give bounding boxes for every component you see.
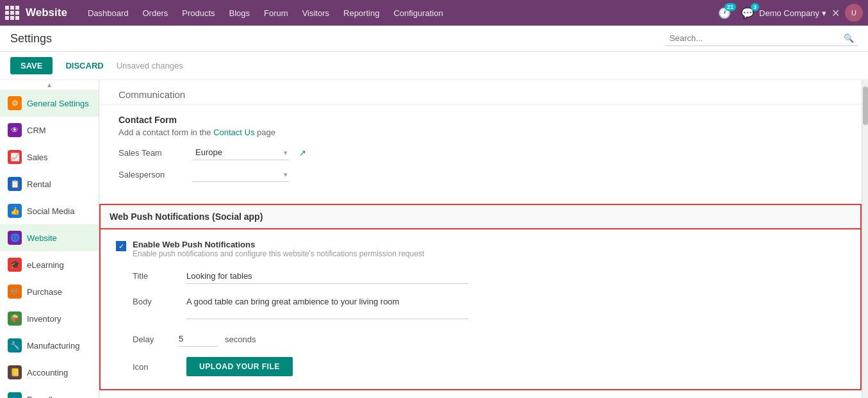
sidebar-icon-elearning: 🎓 <box>8 258 22 272</box>
body-value-area: A good table can bring great ambience to… <box>186 294 845 321</box>
sidebar-label-inventory: Inventory <box>27 314 61 324</box>
sales-team-row: Sales Team Europe ↗ <box>119 145 842 160</box>
contact-us-link[interactable]: Contact Us <box>213 128 254 137</box>
main-layout: ▲ ⚙ General Settings 👁 CRM 📈 Sales 📋 Ren… <box>0 80 868 398</box>
title-input[interactable] <box>186 269 468 284</box>
web-push-section: Web Push Notifications (Social app) Enab… <box>99 204 862 390</box>
sales-team-label: Sales Team <box>119 148 183 158</box>
sidebar-item-payroll[interactable]: 👤 Payroll <box>0 386 99 398</box>
sales-team-select-wrapper: Europe <box>193 145 289 160</box>
chevron-down-icon: ▾ <box>822 8 826 18</box>
app-brand: Website <box>26 6 67 19</box>
menu-orders[interactable]: Orders <box>136 4 174 22</box>
sidebar-icon-social-media: 👍 <box>8 204 22 218</box>
sidebar: ▲ ⚙ General Settings 👁 CRM 📈 Sales 📋 Ren… <box>0 80 99 398</box>
body-textarea[interactable]: A good table can bring great ambience to… <box>186 294 468 319</box>
sidebar-icon-rental: 📋 <box>8 177 22 191</box>
contact-form-section: Contact Form Add a contact form in the C… <box>99 104 862 199</box>
company-switcher[interactable]: Demo Company ▾ <box>759 8 826 18</box>
top-menu: Dashboard Orders Products Blogs Forum Vi… <box>81 4 716 22</box>
sidebar-scroll-up[interactable]: ▲ <box>0 80 99 90</box>
menu-visitors[interactable]: Visitors <box>296 4 336 22</box>
icon-label: Icon <box>133 362 171 372</box>
search-input[interactable] <box>669 33 840 43</box>
menu-blogs[interactable]: Blogs <box>223 4 257 22</box>
web-push-header: Web Push Notifications (Social app) <box>99 204 862 229</box>
delay-label: Delay <box>133 335 171 344</box>
delay-input[interactable] <box>179 331 217 347</box>
clock-badge[interactable]: 🕐 21 <box>718 7 731 19</box>
discard-button[interactable]: DISCARD <box>59 57 110 74</box>
enable-push-row: Enable Web Push Notifications Enable pus… <box>116 240 845 258</box>
enable-push-title: Enable Web Push Notifications <box>133 240 424 249</box>
web-push-body: Enable Web Push Notifications Enable pus… <box>99 229 862 390</box>
push-body-row: Body A good table can bring great ambien… <box>116 294 845 321</box>
unsaved-changes-label: Unsaved changes <box>117 61 183 70</box>
sales-team-select[interactable]: Europe <box>193 145 289 160</box>
close-icon[interactable]: ✕ <box>831 7 840 19</box>
sidebar-item-website[interactable]: 🌐 Website <box>0 224 99 251</box>
menu-forum[interactable]: Forum <box>258 4 295 22</box>
app-switcher-icon[interactable] <box>5 6 19 20</box>
sidebar-label-purchase: Purchase <box>27 287 62 297</box>
sidebar-label-sales: Sales <box>27 153 48 162</box>
menu-dashboard[interactable]: Dashboard <box>81 4 135 22</box>
company-name: Demo Company <box>759 8 819 18</box>
chat-badge-count: 3 <box>751 3 759 11</box>
sidebar-icon-payroll: 👤 <box>8 392 22 398</box>
contact-form-description: Add a contact form in the Contact Us pag… <box>119 128 842 137</box>
push-delay-row: Delay seconds <box>116 331 845 347</box>
sidebar-item-purchase[interactable]: 🛒 Purchase <box>0 278 99 305</box>
menu-reporting[interactable]: Reporting <box>337 4 386 22</box>
sidebar-item-crm[interactable]: 👁 CRM <box>0 117 99 144</box>
sidebar-item-rental[interactable]: 📋 Rental <box>0 170 99 197</box>
subheader: Settings 🔍 <box>0 26 868 52</box>
sidebar-label-general-settings: General Settings <box>27 99 89 108</box>
sidebar-item-sales[interactable]: 📈 Sales <box>0 144 99 170</box>
sidebar-item-inventory[interactable]: 📦 Inventory <box>0 305 99 332</box>
menu-configuration[interactable]: Configuration <box>387 4 449 22</box>
content-area: Communication Contact Form Add a contact… <box>99 80 862 398</box>
external-link-icon[interactable]: ↗ <box>299 148 306 158</box>
sidebar-icon-crm: 👁 <box>8 123 22 137</box>
upload-file-button[interactable]: UPLOAD YOUR FILE <box>186 357 293 376</box>
push-title-row: Title <box>116 269 845 284</box>
sidebar-icon-website: 🌐 <box>8 231 22 245</box>
sidebar-item-accounting[interactable]: 📒 Accounting <box>0 359 99 386</box>
salesperson-select[interactable] <box>193 167 289 182</box>
user-avatar[interactable]: U <box>845 4 863 22</box>
sidebar-icon-manufacturing: 🔧 <box>8 338 22 352</box>
sidebar-item-manufacturing[interactable]: 🔧 Manufacturing <box>0 332 99 359</box>
enable-push-desc: Enable push notifications and configure … <box>133 249 424 258</box>
sidebar-icon-purchase: 🛒 <box>8 285 22 299</box>
communication-title: Communication <box>119 89 185 100</box>
enable-push-checkbox[interactable] <box>116 241 126 251</box>
chat-badge[interactable]: 💬 3 <box>741 7 754 19</box>
clock-badge-count: 21 <box>725 3 736 11</box>
enable-push-text: Enable Web Push Notifications Enable pus… <box>133 240 424 258</box>
sidebar-label-manufacturing: Manufacturing <box>27 341 79 351</box>
web-push-title: Web Push Notifications (Social app) <box>110 211 263 222</box>
contact-form-desc-text: Add a contact form in the <box>119 128 211 137</box>
body-label: Body <box>133 294 171 306</box>
sidebar-label-rental: Rental <box>27 179 51 189</box>
save-button[interactable]: SAVE <box>10 57 53 74</box>
sidebar-icon-sales: 📈 <box>8 150 22 164</box>
sidebar-label-social-media: Social Media <box>27 206 74 216</box>
sidebar-label-elearning: eLearning <box>27 260 64 270</box>
sidebar-icon-accounting: 📒 <box>8 365 22 379</box>
sidebar-label-website: Website <box>27 233 57 243</box>
right-scrollbar[interactable] <box>862 80 868 398</box>
sidebar-item-general-settings[interactable]: ⚙ General Settings <box>0 90 99 117</box>
title-value-area <box>186 269 845 284</box>
sidebar-item-elearning[interactable]: 🎓 eLearning <box>0 251 99 278</box>
action-bar: SAVE DISCARD Unsaved changes <box>0 52 868 80</box>
sidebar-label-crm: CRM <box>27 126 46 135</box>
sidebar-label-accounting: Accounting <box>27 368 68 377</box>
menu-products[interactable]: Products <box>176 4 221 22</box>
sidebar-item-social-media[interactable]: 👍 Social Media <box>0 197 99 224</box>
scrollbar-thumb <box>863 87 868 125</box>
title-label: Title <box>133 269 171 281</box>
salesperson-label: Salesperson <box>119 170 183 179</box>
salesperson-row: Salesperson <box>119 167 842 182</box>
